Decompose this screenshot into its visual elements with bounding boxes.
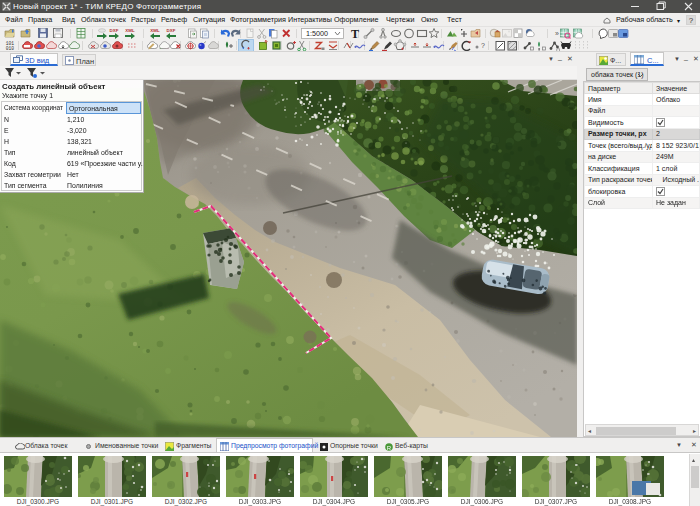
- svg-text:DXF: DXF: [110, 28, 119, 33]
- svg-text:XML: XML: [150, 28, 160, 33]
- svg-text:010: 010: [6, 46, 15, 51]
- svg-text:XML: XML: [125, 28, 135, 33]
- svg-text:»: »: [555, 30, 559, 37]
- svg-text:1:5000: 1:5000: [306, 29, 328, 38]
- svg-text:DXF: DXF: [167, 28, 176, 33]
- svg-text:?: ?: [689, 16, 694, 25]
- svg-text:R: R: [387, 445, 392, 451]
- svg-text:?: ?: [481, 42, 485, 49]
